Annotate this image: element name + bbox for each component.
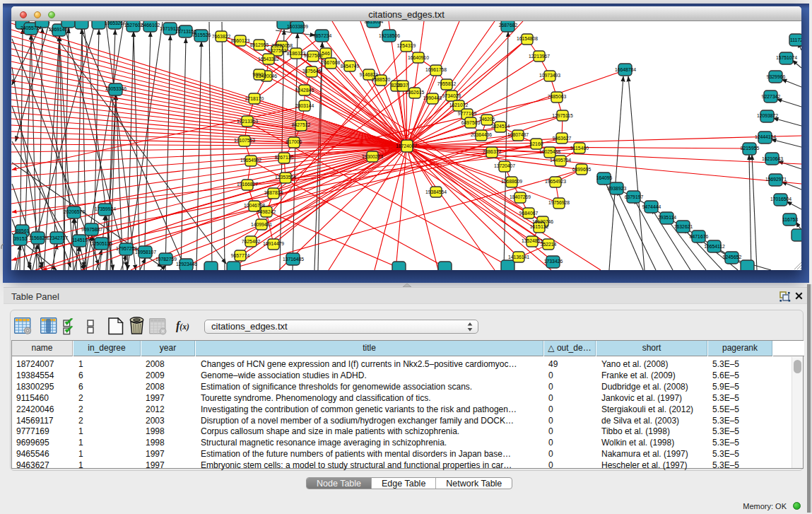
- svg-text:6899695: 6899695: [572, 167, 592, 172]
- svg-text:10107553: 10107553: [234, 138, 255, 143]
- svg-text:8267130: 8267130: [275, 155, 294, 160]
- svg-text:114519: 114519: [72, 238, 88, 243]
- svg-text:8427512: 8427512: [292, 122, 311, 127]
- svg-text:116753: 116753: [782, 217, 798, 222]
- svg-text:1990448: 1990448: [423, 95, 442, 100]
- svg-text:10653267: 10653267: [105, 21, 126, 25]
- svg-text:18724007: 18724007: [396, 144, 417, 148]
- svg-text:6466102: 6466102: [141, 23, 160, 28]
- svg-text:17016504: 17016504: [770, 197, 792, 201]
- svg-text:23226058: 23226058: [271, 43, 293, 48]
- svg-text:13716485: 13716485: [283, 257, 304, 262]
- svg-text:9463627: 9463627: [553, 136, 572, 141]
- svg-text:8186323: 8186323: [287, 51, 306, 56]
- svg-text:90975887: 90975887: [81, 227, 102, 232]
- svg-text:8912955: 8912955: [250, 42, 269, 47]
- svg-text:2935114: 2935114: [658, 215, 676, 220]
- svg-text:9329966: 9329966: [767, 74, 786, 79]
- svg-text:2803144: 2803144: [295, 103, 314, 108]
- svg-text:9684067: 9684067: [519, 211, 539, 216]
- svg-text:98901: 98901: [253, 72, 266, 77]
- svg-text:3875645: 3875645: [302, 69, 322, 74]
- svg-text:15692971: 15692971: [765, 177, 787, 182]
- svg-text:10025438: 10025438: [539, 149, 560, 154]
- svg-text:10782759: 10782759: [155, 257, 177, 262]
- svg-text:12213363: 12213363: [237, 119, 258, 124]
- svg-text:8215955: 8215955: [741, 146, 760, 151]
- svg-text:20053346: 20053346: [105, 86, 126, 91]
- svg-text:19218506: 19218506: [379, 33, 400, 38]
- svg-text:8471676: 8471676: [690, 234, 709, 239]
- svg-text:2037: 2037: [397, 83, 408, 88]
- svg-text:10958107: 10958107: [135, 250, 156, 255]
- svg-text:16210643: 16210643: [762, 156, 783, 161]
- svg-text:17957253: 17957253: [116, 246, 137, 251]
- svg-text:16033809: 16033809: [287, 24, 308, 29]
- svg-text:3824514: 3824514: [491, 124, 510, 129]
- svg-text:12213967: 12213967: [529, 54, 550, 59]
- svg-text:1615132: 1615132: [530, 224, 549, 229]
- svg-text:11172: 11172: [790, 37, 801, 42]
- svg-text:10654112: 10654112: [704, 244, 725, 249]
- svg-text:9734028: 9734028: [442, 93, 461, 98]
- svg-text:7663822: 7663822: [212, 34, 231, 39]
- svg-text:9245652: 9245652: [723, 255, 742, 259]
- svg-text:16914479: 16914479: [263, 241, 284, 246]
- svg-text:1733426: 1733426: [544, 259, 563, 264]
- svg-text:746206: 746206: [479, 117, 495, 122]
- svg-text:164095: 164095: [596, 175, 613, 180]
- svg-text:1527602: 1527602: [124, 23, 143, 28]
- svg-text:7485063: 7485063: [548, 94, 567, 99]
- svg-text:19756928: 19756928: [548, 200, 570, 205]
- svg-text:19300273: 19300273: [362, 154, 383, 159]
- svg-text:8938923: 8938923: [608, 186, 627, 191]
- svg-text:7857234: 7857234: [313, 33, 332, 38]
- svg-text:8454749: 8454749: [341, 64, 360, 69]
- svg-text:7386372: 7386372: [483, 149, 502, 154]
- svg-text:8813054: 8813054: [365, 21, 384, 24]
- svg-text:6497503: 6497503: [461, 120, 481, 125]
- svg-text:546: 546: [322, 51, 330, 56]
- svg-text:14136141: 14136141: [508, 255, 529, 259]
- svg-text:9115460: 9115460: [570, 146, 589, 151]
- svg-text:7515526: 7515526: [192, 33, 211, 37]
- svg-text:12975115: 12975115: [552, 113, 573, 118]
- svg-text:10973493: 10973493: [539, 73, 560, 78]
- svg-text:16154808: 16154808: [517, 36, 538, 41]
- svg-text:16120746: 16120746: [532, 219, 553, 224]
- svg-text:19654982: 19654982: [240, 158, 261, 163]
- svg-text:20206578: 20206578: [64, 209, 85, 214]
- svg-text:1362615: 1362615: [406, 90, 425, 95]
- svg-text:9242845: 9242845: [295, 88, 314, 93]
- svg-text:20364436: 20364436: [471, 132, 492, 137]
- svg-text:9777169: 9777169: [458, 111, 477, 116]
- svg-text:3887834: 3887834: [264, 190, 283, 195]
- svg-text:12342737: 12342737: [47, 235, 68, 240]
- svg-text:9146821: 9146821: [360, 72, 379, 77]
- svg-text:9227342: 9227342: [762, 94, 781, 99]
- svg-text:18407269: 18407269: [510, 194, 531, 199]
- svg-text:62160: 62160: [530, 141, 543, 146]
- svg-text:19384554: 19384554: [425, 189, 447, 194]
- svg-text:16961758: 16961758: [425, 67, 447, 72]
- svg-text:12444154: 12444154: [755, 134, 776, 139]
- svg-text:7632621: 7632621: [674, 224, 693, 229]
- svg-text:16648784: 16648784: [615, 67, 636, 72]
- svg-text:1254319: 1254319: [397, 43, 416, 48]
- svg-text:8660123: 8660123: [231, 38, 250, 43]
- svg-text:7625402: 7625402: [242, 239, 261, 244]
- svg-text:10688609: 10688609: [501, 179, 522, 184]
- svg-text:10046798: 10046798: [244, 203, 265, 208]
- svg-text:2667608: 2667608: [322, 60, 341, 65]
- svg-text:2687682: 2687682: [499, 23, 518, 28]
- svg-text:6379197: 6379197: [625, 194, 644, 199]
- svg-text:1621072: 1621072: [449, 103, 469, 107]
- svg-text:13720407: 13720407: [494, 163, 515, 168]
- svg-text:1588520: 1588520: [372, 77, 391, 82]
- svg-text:16543382: 16543382: [258, 57, 279, 62]
- svg-text:10807487: 10807487: [507, 132, 529, 137]
- svg-text:20691406: 20691406: [49, 27, 70, 32]
- svg-text:2718170: 2718170: [245, 96, 264, 101]
- svg-text:9498242: 9498242: [257, 209, 276, 214]
- svg-text:817006: 817006: [286, 139, 302, 144]
